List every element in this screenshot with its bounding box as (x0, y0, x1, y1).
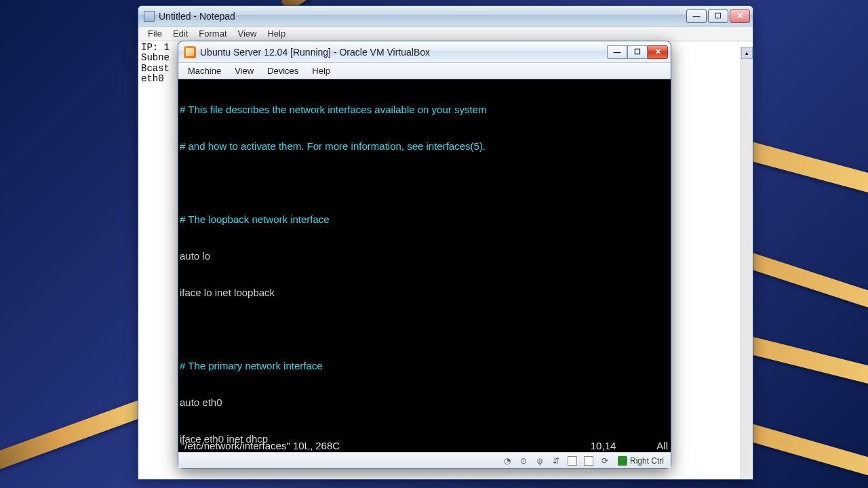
notepad-titlebar[interactable]: Untitled - Notepad — ☐ ✕ (138, 6, 753, 26)
vim-status-line: "/etc/network/interfaces" 10L, 268C 10,1… (178, 440, 671, 452)
display-icon[interactable] (583, 455, 595, 467)
notepad-menubar: File Edit Format View Help (138, 26, 753, 41)
term-comment: # and how to activate them. For more inf… (178, 140, 671, 152)
recording-icon[interactable]: ⟳ (599, 455, 611, 467)
virtualbox-title: Ubuntu Server 12.04 [Running] - Oracle V… (200, 47, 607, 58)
menu-view[interactable]: View (233, 27, 262, 40)
notepad-scrollbar[interactable]: ▴ (741, 47, 753, 479)
term-blank (178, 177, 671, 189)
virtualbox-statusbar: ◔ ⊙ ψ ⇵ ⟳ Right Ctrl (178, 452, 671, 468)
virtualbox-window: Ubuntu Server 12.04 [Running] - Oracle V… (178, 41, 671, 469)
menu-view[interactable]: View (228, 64, 260, 77)
vb-maximize-button[interactable]: ☐ (627, 45, 648, 59)
term-comment: # This file describes the network interf… (178, 104, 671, 116)
term-comment: # The loopback network interface (178, 214, 671, 226)
vim-cursor-pos: 10,14 (591, 440, 616, 452)
shared-folders-icon[interactable] (566, 455, 578, 467)
network-icon[interactable]: ⇵ (550, 455, 562, 467)
virtualbox-menubar: Machine View Devices Help (178, 63, 671, 79)
vb-close-button[interactable]: ✕ (648, 45, 668, 59)
term-line-auto-lo: auto lo (178, 250, 671, 262)
notepad-title: Untitled - Notepad (159, 11, 686, 22)
vim-scroll-pct: All (656, 440, 668, 452)
scroll-up-icon[interactable]: ▴ (741, 47, 753, 59)
menu-help[interactable]: Help (305, 64, 337, 77)
hard-disk-icon[interactable]: ◔ (501, 455, 513, 467)
notepad-maximize-button[interactable]: ☐ (708, 9, 728, 23)
term-line-iface-lo: iface lo inet loopback (178, 287, 671, 299)
virtualbox-icon (184, 46, 196, 58)
optical-disk-icon[interactable]: ⊙ (517, 455, 530, 467)
virtualbox-titlebar[interactable]: Ubuntu Server 12.04 [Running] - Oracle V… (178, 41, 671, 63)
vim-file-status: "/etc/network/interfaces" 10L, 268C (181, 440, 340, 452)
menu-edit[interactable]: Edit (167, 27, 193, 40)
menu-file[interactable]: File (142, 27, 167, 40)
hostkey-label: Right Ctrl (630, 456, 664, 466)
notepad-icon (144, 11, 155, 22)
host-key-indicator: Right Ctrl (615, 455, 667, 467)
menu-help[interactable]: Help (262, 27, 291, 40)
usb-icon[interactable]: ψ (534, 455, 546, 467)
term-comment: # The primary network interface (178, 360, 671, 372)
menu-format[interactable]: Format (193, 27, 232, 40)
notepad-minimize-button[interactable]: — (686, 9, 707, 23)
term-blank (178, 323, 671, 336)
menu-devices[interactable]: Devices (260, 64, 305, 77)
menu-machine[interactable]: Machine (181, 64, 228, 77)
notepad-close-button[interactable]: ✕ (730, 9, 750, 23)
vm-console[interactable]: # This file describes the network interf… (178, 79, 671, 452)
term-line-auto-eth0: auto eth0 (178, 396, 671, 409)
hostkey-icon (618, 456, 627, 466)
vb-minimize-button[interactable]: — (607, 45, 627, 59)
